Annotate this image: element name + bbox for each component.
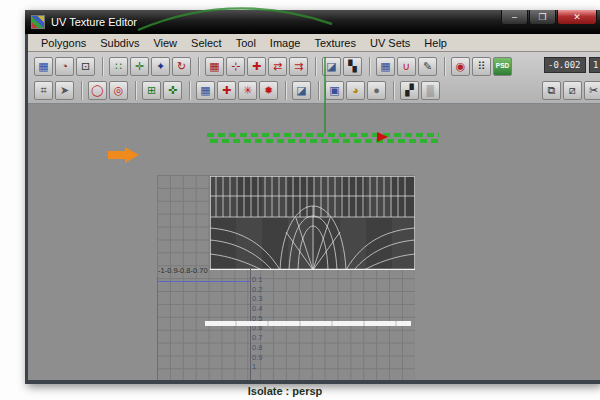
toolbar-row-2: ⌗➤◯◎⊞✜▦✚✳✹◪▣◕●▞▒ <box>34 79 600 101</box>
relax-uv-icon[interactable]: ✚ <box>217 81 236 100</box>
toolbar-separator <box>318 81 320 100</box>
display-image-icon[interactable]: ◪ <box>322 57 341 76</box>
copy-uv-icon[interactable]: ⧉ <box>542 81 561 100</box>
close-button[interactable]: ✕ <box>557 10 597 25</box>
menu-item-view[interactable]: View <box>146 35 184 51</box>
texture-borders-icon[interactable]: ⠿ <box>472 57 491 76</box>
merge-uv-icon[interactable]: ✚ <box>247 57 266 76</box>
uv-smudge-icon[interactable]: ➤ <box>55 81 74 100</box>
arrow-head <box>125 147 139 163</box>
cut-uv-icon[interactable]: ✂ <box>584 81 600 100</box>
x-axis-tick-label: -0.9 <box>165 266 178 275</box>
uv-texture-editor-window: UV Texture Editor – ❐ ✕ PolygonsSubdivsV… <box>25 10 600 384</box>
move-uv-shell-icon[interactable]: ✛ <box>130 57 149 76</box>
menu-item-select[interactable]: Select <box>184 35 229 51</box>
window-title: UV Texture Editor <box>51 16 137 28</box>
menu-item-tool[interactable]: Tool <box>229 35 263 51</box>
shaded-uv-display-icon[interactable]: ▣ <box>325 81 344 100</box>
toolbar-clipboard-group: ⧉⧄✂ <box>542 81 600 100</box>
smear-brush-icon[interactable]: ✹ <box>259 81 278 100</box>
u-axis-highlight-line <box>157 281 250 282</box>
toolbar-separator <box>189 81 191 100</box>
toolbar-separator <box>393 81 395 100</box>
y-axis-tick-label: 0.4 <box>252 304 262 314</box>
uv-grid[interactable]: -1-0.9-0.8-0.70 0.10.20.30.40.50.60.70.8… <box>157 175 415 380</box>
arrow-tail <box>108 151 125 159</box>
toolbar-separator <box>285 81 287 100</box>
x-axis-tick-label: -0.8 <box>178 266 191 275</box>
x-axis-tick-label: -1 <box>158 266 165 275</box>
selected-edge-dashes <box>207 133 439 137</box>
app-icon <box>31 15 45 29</box>
menu-item-image[interactable]: Image <box>263 35 308 51</box>
paste-uv-icon[interactable]: ⧄ <box>563 81 582 100</box>
toolbar-separator <box>444 57 446 76</box>
menu-item-polygons[interactable]: Polygons <box>34 35 93 51</box>
uv-v-value-field[interactable] <box>589 57 600 73</box>
flip-uv-icon[interactable]: ✦ <box>151 57 170 76</box>
menu-item-textures[interactable]: Textures <box>307 35 363 51</box>
psd-export-icon[interactable]: PSD <box>493 57 512 76</box>
color-wheel-icon[interactable]: ◕ <box>346 81 365 100</box>
uv-grid-select-icon[interactable]: ▦ <box>34 57 53 76</box>
selected-edge-dashes <box>207 139 439 143</box>
filtered-image-icon[interactable]: ▚ <box>343 57 362 76</box>
x-axis-tick-label: -0.7 <box>191 266 204 275</box>
uv-mesh-wireframe[interactable] <box>210 176 415 270</box>
x-axis-tick-label: 0 <box>203 266 207 275</box>
uv-value-fields <box>544 57 600 73</box>
edit-texture-icon[interactable]: ✎ <box>418 57 437 76</box>
minimize-button[interactable]: – <box>501 10 528 25</box>
y-axis-tick-label: 0.7 <box>252 333 262 343</box>
unfold-uv-icon[interactable]: ⇄ <box>268 57 287 76</box>
toolbar-separator <box>102 57 104 76</box>
marquee-select-icon[interactable]: ⊡ <box>76 57 95 76</box>
y-axis-tick-label: 1 <box>252 362 262 372</box>
annotation-orange-arrow-icon <box>108 147 139 163</box>
window-controls: – ❐ ✕ <box>500 10 597 25</box>
isolate-select-icon[interactable]: ◉ <box>451 57 470 76</box>
toolbar-separator <box>369 57 371 76</box>
y-axis-tick-label: 0.9 <box>252 353 262 363</box>
toolbar-separator <box>135 81 137 100</box>
titlebar[interactable]: UV Texture Editor – ❐ ✕ <box>25 10 600 34</box>
menu-item-help[interactable]: Help <box>417 35 454 51</box>
toolbar: ▦◔⊡∷✛✦↻▦⊹✚⇄⇉◪▚▦∪✎◉⠿PSD ⌗➤◯◎⊞✜▦✚✳✹◪▣◕●▞▒ … <box>28 52 600 104</box>
cut-uv-edges-icon[interactable]: ▦ <box>205 57 224 76</box>
x-axis-labels: -1-0.9-0.8-0.70 <box>158 266 208 275</box>
y-axis-tick-label: 0.8 <box>252 343 262 353</box>
screen: UV Texture Editor – ❐ ✕ PolygonsSubdivsV… <box>0 0 600 400</box>
selected-uv-edges-band <box>207 133 439 145</box>
pixel-snap-icon[interactable]: ∪ <box>397 57 416 76</box>
dim-image-icon[interactable]: ▒ <box>421 81 440 100</box>
status-camera-label: Isolate : persp <box>160 385 410 397</box>
uv-snapshot-icon[interactable]: ◪ <box>292 81 311 100</box>
uv-u-value-field[interactable] <box>544 57 586 73</box>
layout-uv-icon[interactable]: ⇉ <box>289 57 308 76</box>
rotate-uv-icon[interactable]: ↻ <box>172 57 191 76</box>
grid-edge-highlight-line <box>157 277 158 380</box>
checker-display-icon[interactable]: ▞ <box>400 81 419 100</box>
y-axis-tick-label: 0.3 <box>252 294 262 304</box>
toolbar-separator <box>198 57 200 76</box>
uv-sphere-projection-icon[interactable]: ◔ <box>55 57 74 76</box>
y-axis-tick-label: 0.1 <box>252 275 262 285</box>
shaded-grid-icon[interactable]: ▦ <box>196 81 215 100</box>
select-shell-icon[interactable]: ◯ <box>88 81 107 100</box>
uv-lattice-icon[interactable]: ⌗ <box>34 81 53 100</box>
unfold-brush-icon[interactable]: ✳ <box>238 81 257 100</box>
menu-item-uv-sets[interactable]: UV Sets <box>363 35 417 51</box>
select-shell-border-icon[interactable]: ◎ <box>109 81 128 100</box>
sew-uv-edges-icon[interactable]: ⊹ <box>226 57 245 76</box>
lattice-points-icon[interactable]: ∷ <box>109 57 128 76</box>
menu-item-subdivs[interactable]: Subdivs <box>93 35 146 51</box>
view-grid-icon[interactable]: ▦ <box>376 57 395 76</box>
uv-viewport[interactable]: -1-0.9-0.8-0.70 0.10.20.30.40.50.60.70.8… <box>28 104 600 380</box>
toolbar-row-1: ▦◔⊡∷✛✦↻▦⊹✚⇄⇉◪▚▦∪✎◉⠿PSD <box>34 55 600 77</box>
sphere-preview-icon[interactable]: ● <box>367 81 386 100</box>
align-uv-icon[interactable]: ✜ <box>163 81 182 100</box>
selected-uv-strip <box>205 321 411 326</box>
maximize-button[interactable]: ❐ <box>529 10 556 25</box>
red-arrow-marker-icon <box>377 132 388 142</box>
snap-uv-grid-icon[interactable]: ⊞ <box>142 81 161 100</box>
